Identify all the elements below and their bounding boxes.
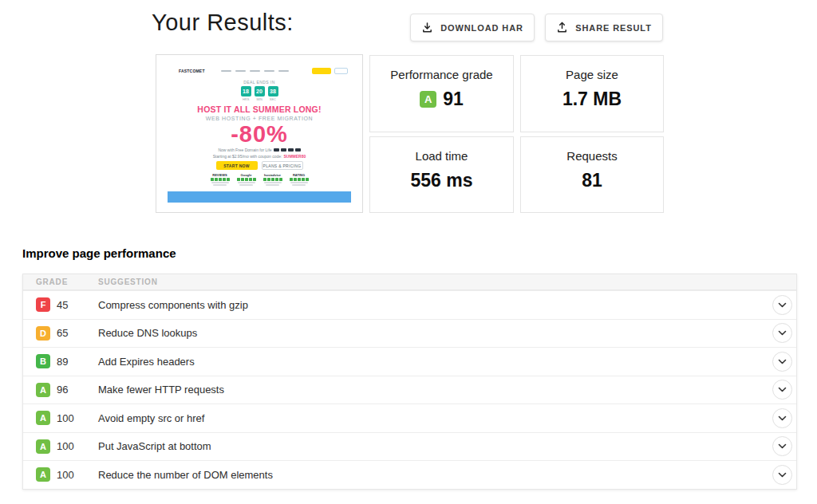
countdown-hours: 18 [241, 86, 251, 96]
countdown-timer: 18 20 38 [168, 86, 351, 96]
grade-score: 96 [57, 384, 98, 396]
expand-row-button[interactable] [772, 352, 792, 372]
countdown-minutes: 20 [255, 86, 265, 96]
suggestion-row[interactable]: B 89 Add Expires headers [23, 347, 796, 376]
download-har-label: DOWNLOAD HAR [440, 23, 523, 33]
promo-heading: HOST IT ALL SUMMER LONG! [168, 104, 351, 114]
suggestion-row[interactable]: A 96 Make fewer HTTP requests [23, 376, 796, 404]
table-header: GRADE SUGGESTION [23, 274, 796, 290]
promo-buttons: START NOW PLANS & PRICING [168, 161, 351, 170]
chevron-down-icon [778, 415, 787, 421]
suggestion-row[interactable]: D 65 Reduce DNS lookups [23, 319, 796, 348]
payment-chip [274, 148, 279, 152]
expand-row-button[interactable] [772, 408, 792, 428]
chevron-down-icon [778, 387, 787, 392]
grade-score: 100 [57, 440, 98, 452]
discount-text: -80% [168, 122, 351, 146]
expand-row-button[interactable] [772, 436, 792, 456]
review-badges: REVIEWS Google hostadvice RATING [168, 173, 351, 186]
suggestion-text: Put JavaScript at bottom [98, 440, 772, 452]
improve-section-title: Improve page performance [22, 246, 176, 260]
payment-chip [281, 148, 286, 152]
grade-badge: B [36, 354, 50, 368]
countdown-label: DEAL ENDS IN [168, 80, 351, 85]
promo-subheading: WEB HOSTING + FREE MIGRATION [168, 116, 351, 121]
coupon-line: Starting at $2.95/mo with coupon code: S… [168, 154, 351, 159]
suggestions-table: GRADE SUGGESTION F 45 Compress component… [22, 274, 797, 490]
performance-grade-badge: A [420, 91, 436, 108]
payment-chip [295, 148, 301, 152]
countdown-units: HRSMINSEC [168, 97, 351, 101]
chevron-down-icon [778, 472, 787, 478]
grade-column-header: GRADE [36, 278, 98, 286]
suggestion-text: Make fewer HTTP requests [98, 384, 772, 396]
coupon-code: SUMMER80 [283, 154, 306, 159]
load-time-card: Load time 556 ms [369, 136, 514, 213]
mini-site-nav-cta [312, 68, 331, 74]
countdown-seconds: 38 [268, 86, 278, 96]
download-icon [421, 22, 433, 33]
grade-badge: A [36, 439, 50, 454]
share-result-label: SHARE RESULT [575, 23, 652, 33]
performance-grade-label: Performance grade [370, 68, 513, 81]
suggestion-text: Add Expires headers [98, 356, 772, 368]
suggestion-text: Avoid empty src or href [98, 412, 772, 424]
website-screenshot-thumbnail: FASTCOMET DEAL ENDS IN 18 20 38 HRSMINSE… [156, 54, 363, 213]
suggestion-row[interactable]: A 100 Reduce the number of DOM elements [23, 460, 796, 489]
expand-row-button[interactable] [772, 295, 792, 315]
grade-score: 100 [57, 412, 98, 424]
grade-score: 100 [57, 469, 98, 481]
expand-row-button[interactable] [772, 323, 792, 343]
grade-badge: D [36, 326, 50, 341]
suggestion-column-header: SUGGESTION [98, 278, 158, 286]
grade-badge: A [36, 467, 50, 482]
requests-label: Requests [521, 149, 663, 163]
grade-badge: F [36, 297, 50, 312]
mini-site-nav-links [221, 70, 289, 72]
page-size-value: 1.7 MB [521, 89, 663, 110]
offer-line: Now with Free Domain for Life [168, 148, 351, 152]
grade-badge: A [36, 383, 50, 397]
requests-card: Requests 81 [520, 136, 664, 213]
mini-site-navbar: FASTCOMET [168, 65, 351, 74]
load-time-value: 556 ms [370, 170, 513, 191]
expand-row-button[interactable] [772, 465, 792, 485]
plans-pricing-button: PLANS & PRICING [262, 161, 303, 170]
page-size-card: Page size 1.7 MB [520, 55, 664, 132]
mini-site-footer-bar [168, 191, 351, 203]
start-now-button: START NOW [216, 161, 258, 170]
suggestion-row[interactable]: A 100 Avoid empty src or href [23, 404, 796, 432]
chevron-down-icon [778, 302, 787, 308]
suggestion-row[interactable]: A 100 Put JavaScript at bottom [23, 432, 796, 461]
load-time-label: Load time [370, 149, 513, 163]
mini-site-preview: FASTCOMET DEAL ENDS IN 18 20 38 HRSMINSE… [168, 65, 351, 203]
performance-grade-card: Performance grade A 91 [369, 55, 514, 132]
performance-grade-value: 91 [443, 89, 464, 110]
suggestion-row[interactable]: F 45 Compress components with gzip [23, 290, 796, 319]
grade-score: 65 [57, 327, 98, 339]
suggestion-text: Compress components with gzip [98, 299, 772, 311]
share-result-button[interactable]: SHARE RESULT [545, 14, 663, 41]
chevron-down-icon [778, 443, 787, 449]
chevron-down-icon [778, 359, 787, 364]
suggestion-text: Reduce the number of DOM elements [98, 469, 772, 481]
download-har-button[interactable]: DOWNLOAD HAR [410, 14, 535, 41]
mini-site-logo: FASTCOMET [179, 69, 205, 73]
page-title: Your Results: [152, 10, 294, 36]
grade-score: 89 [57, 356, 98, 368]
requests-value: 81 [521, 170, 663, 191]
chevron-down-icon [778, 330, 787, 336]
payment-chip [288, 148, 294, 152]
grade-score: 45 [57, 299, 98, 311]
share-icon [556, 22, 568, 33]
suggestion-text: Reduce DNS lookups [98, 327, 772, 339]
grade-badge: A [36, 411, 50, 425]
mini-site-nav-login [334, 68, 348, 74]
page-size-label: Page size [521, 68, 663, 81]
expand-row-button[interactable] [772, 380, 792, 400]
